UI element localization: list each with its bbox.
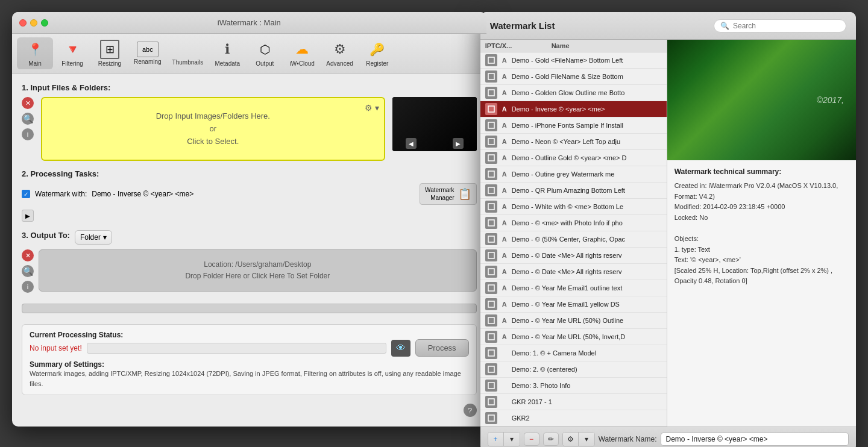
settings-dropdown-button[interactable]: ▾ [579, 433, 594, 446]
svg-rect-18 [488, 350, 494, 356]
close-button[interactable] [19, 19, 27, 27]
list-item[interactable]: ADemo - Neon © <Year> Left Top adju [480, 134, 667, 150]
watermark-item-name: Demo - Outine grey Watermark me [512, 170, 662, 178]
watermark-thumb-icon [485, 314, 497, 327]
toolbar-advanced[interactable]: ⚙ Advanced [321, 37, 357, 69]
next-arrow-button[interactable]: ▶ [453, 138, 464, 149]
watermark-thumb-icon [485, 184, 497, 196]
thumbnails-label: Thumbnails [172, 59, 204, 66]
list-item[interactable]: ADemo - Golden Glow Outline me Botto [480, 85, 667, 101]
toolbar-register[interactable]: 🔑 Register [359, 37, 395, 69]
info-output-button[interactable]: i [22, 281, 34, 293]
filtering-icon: 🔻 [63, 40, 82, 59]
list-item[interactable]: ADemo - Gold <FileName> Bottom Left [480, 52, 667, 69]
window-title: iWatermark : Main [218, 18, 281, 27]
section-3-title: 3. Output To: [22, 231, 70, 240]
text-type-indicator: A [500, 202, 509, 211]
edit-watermark-button[interactable]: ✏ [543, 433, 559, 446]
watermark-thumb-icon [485, 217, 497, 229]
list-item[interactable]: ADemo - © Year Me URL (50%, Invert,D [480, 329, 667, 345]
toolbar-iwcloud[interactable]: ☁ iW•Cloud [284, 37, 320, 69]
svg-rect-17 [488, 334, 494, 340]
svg-rect-6 [488, 155, 494, 161]
preview-gradient: ©2017, [667, 40, 856, 160]
output-location: Location: /Users/graham/Desktop [204, 259, 311, 270]
delete-watermark-button[interactable]: − [524, 433, 539, 446]
text-type-indicator: A [500, 267, 509, 277]
list-item[interactable]: GKR 2017 - 1 [480, 394, 667, 410]
maximize-button[interactable] [41, 19, 48, 27]
wm-name-input[interactable] [661, 433, 849, 446]
list-item[interactable]: ADemo - Gold FileName & Size Bottom [480, 69, 667, 85]
toolbar-resizing[interactable]: ⊞ Resizing [92, 37, 128, 69]
list-item[interactable]: ADemo - White with © <me> Bottom Le [480, 199, 667, 215]
list-item[interactable]: ADemo - Inverse © <year> <me> [480, 101, 667, 117]
settings-watermark-button[interactable]: ⚙ [563, 433, 579, 446]
main-icon: 📍 [25, 40, 45, 59]
clear-input-button[interactable]: ✕ [22, 97, 34, 109]
gear-button[interactable]: ⚙ ▾ [365, 103, 379, 113]
metadata-icon: ℹ [218, 40, 237, 59]
watermark-item-name: Demo - iPhone Fonts Sample If Install [512, 122, 662, 129]
toolbar-output[interactable]: ⬡ Output [247, 37, 283, 69]
toolbar-renaming[interactable]: abc Renaming [129, 39, 166, 67]
toolbar-main[interactable]: 📍 Main [17, 37, 53, 69]
input-drop-zone[interactable]: ⚙ ▾ Drop Input Images/Folders Here. or C… [41, 97, 385, 161]
watermark-thumb-icon [485, 249, 497, 261]
play-button[interactable]: ▶ [22, 210, 34, 222]
svg-rect-11 [488, 236, 494, 242]
process-button[interactable]: Process [415, 339, 469, 357]
list-item[interactable]: ADemo - QR Plum Amazing Bottom Left [480, 183, 667, 199]
add-watermark-button[interactable]: + [488, 433, 504, 446]
preview-toggle-button[interactable]: 👁 [391, 340, 410, 357]
text-type-indicator: A [500, 283, 509, 293]
add-dropdown-button[interactable]: ▾ [504, 433, 520, 446]
toolbar-metadata[interactable]: ℹ Metadata [209, 37, 245, 69]
watermark-manager-button[interactable]: WatermarkManager 📋 [420, 183, 477, 205]
text-type-indicator: A [500, 104, 509, 114]
list-item[interactable]: ADemo - iPhone Fonts Sample If Install [480, 117, 667, 134]
list-item[interactable]: ADemo - © Year Me Email1 yellow DS [480, 296, 667, 313]
search-input[interactable] [733, 22, 840, 30]
iwcloud-label: iW•Cloud [290, 60, 315, 67]
wm-list-panel: IPTC/X... Name ADemo - Gold <FileName> B… [480, 40, 667, 427]
svg-rect-0 [488, 57, 494, 63]
zoom-input-button[interactable]: 🔍 [22, 113, 34, 125]
text-type-indicator: A [500, 153, 509, 163]
minimize-button[interactable] [30, 19, 37, 27]
wm-list-scroll[interactable]: ADemo - Gold <FileName> Bottom LeftADemo… [480, 52, 667, 427]
watermark-thumb-icon [485, 347, 497, 359]
list-item[interactable]: ADemo - Outline Gold © <year> <me> D [480, 150, 667, 166]
info-input-button[interactable]: i [22, 128, 34, 140]
selected-watermark-name: Demo - Inverse © <year> <me> [92, 190, 193, 198]
list-item[interactable]: Demo: 1. © + Camera Model [480, 345, 667, 361]
cloud-icon: ☁ [292, 40, 312, 59]
prev-arrow-button[interactable]: ◀ [406, 138, 417, 149]
text-type-indicator [500, 413, 509, 423]
watermark-item-name: Demo - © Year Me Email1 outline text [512, 284, 662, 292]
list-item[interactable]: Demo: 2. © (centered) [480, 361, 667, 378]
list-item[interactable]: GKR2 [480, 410, 667, 427]
list-item[interactable]: ADemo - © (50% Center, Graphic, Opac [480, 231, 667, 248]
list-item[interactable]: ADemo - © <me> with Photo Info if pho [480, 215, 667, 231]
list-item[interactable]: ADemo - Outine grey Watermark me [480, 166, 667, 183]
toolbar-thumbnails[interactable]: Thumbnails [168, 39, 209, 68]
output-drop-zone[interactable]: Location: /Users/graham/Desktop Drop Fol… [39, 249, 477, 292]
help-button[interactable]: ? [464, 404, 477, 417]
section-3: 3. Output To: Folder ▾ ✕ 🔍 i Location: /… [22, 230, 477, 293]
list-item[interactable]: Demo: 3. Photo Info [480, 378, 667, 394]
text-type-indicator [500, 348, 509, 358]
list-item[interactable]: ADemo - © Year Me URL (50%) Outline [480, 313, 667, 329]
list-item[interactable]: ADemo - © Date <Me> All rights reserv [480, 248, 667, 264]
resizing-icon: ⊞ [100, 40, 119, 59]
status-section: Current Processing Status: No input set … [22, 324, 477, 395]
zoom-output-button[interactable]: 🔍 [22, 265, 34, 277]
watermark-checkbox[interactable]: ✓ [22, 190, 30, 198]
toolbar-filtering[interactable]: 🔻 Filtering [54, 37, 90, 69]
list-item[interactable]: ADemo - © Year Me Email1 outline text [480, 280, 667, 296]
output-type-select[interactable]: Folder ▾ [75, 230, 112, 245]
clear-output-button[interactable]: ✕ [22, 249, 34, 261]
watermark-thumb-icon [485, 396, 497, 408]
watermark-thumb-icon [485, 168, 497, 180]
list-item[interactable]: ADemo - © Date <Me> All rights reserv [480, 264, 667, 280]
